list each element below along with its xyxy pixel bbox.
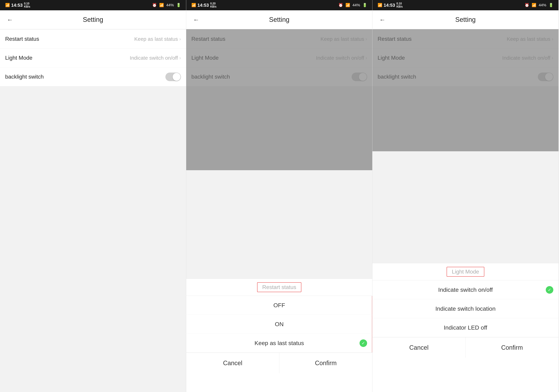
battery-icon-1: 🔋 [176, 3, 181, 7]
chevron-icon-light-1: › [179, 55, 181, 61]
sheet-option-indicator-led-off[interactable]: Indicator LED off [373, 318, 559, 337]
sheet-option-keep[interactable]: Keep as last status ✓ [186, 334, 372, 353]
sheet-divider-v-2b [372, 315, 372, 334]
battery-label-2: 44% [353, 3, 360, 7]
check-icon-keep: ✓ [360, 339, 367, 347]
sheet-option-indicate-location[interactable]: Indicate switch location [373, 299, 559, 318]
status-bar-1: 📶 14:53 0.10KB/s ⏰ 📶 44% 🔋 [0, 0, 186, 10]
setting-value-light-1: Indicate switch on/off › [130, 55, 181, 61]
signal-icon-2: 📶 [191, 3, 196, 7]
setting-restart-status-1[interactable]: Restart status Keep as last status › [0, 30, 186, 48]
back-btn-2[interactable]: ← [191, 14, 201, 25]
back-btn-3[interactable]: ← [378, 14, 387, 25]
battery-label-3: 44% [539, 3, 546, 7]
toggle-thumb-1 [173, 73, 181, 81]
status-left-1: 📶 14:53 0.10KB/s [5, 2, 30, 8]
sheet-divider-v-2 [372, 296, 372, 315]
sheet-option-text-indicate-location: Indicate switch location [435, 305, 496, 312]
setting-label-restart-1: Restart status [5, 36, 39, 42]
header-3: ← Setting [373, 10, 559, 29]
wifi-icon-3: 📶 [532, 3, 536, 7]
setting-backlight-1[interactable]: backlight switch [0, 67, 186, 86]
status-left-3: 📶 14:53 0.10KB/s [378, 2, 403, 8]
sheet-option-text-off: OFF [273, 302, 285, 309]
setting-label-backlight-1: backlight switch [5, 74, 44, 80]
signal-icon-3: 📶 [378, 3, 382, 7]
status-right-2: ⏰ 📶 44% 🔋 [338, 3, 367, 7]
sheet-option-on[interactable]: ON [186, 315, 372, 334]
page-title-1: Setting [83, 16, 103, 23]
sheet-option-text-on: ON [275, 321, 284, 328]
toggle-backlight-1[interactable] [165, 72, 181, 81]
confirm-btn-2[interactable]: Confirm [279, 353, 372, 373]
setting-label-light-1: Light Mode [5, 55, 32, 61]
alarm-icon-2: ⏰ [338, 3, 343, 7]
alarm-icon-3: ⏰ [525, 3, 529, 7]
status-left-2: 📶 14:53 0.20KB/s [191, 2, 216, 8]
status-right-1: ⏰ 📶 44% 🔋 [152, 3, 181, 7]
overlay-3 [373, 29, 559, 151]
back-btn-1[interactable]: ← [5, 14, 15, 25]
bottom-sheet-2: Restart status OFF ON Keep as last statu… [186, 278, 372, 392]
sheet-option-text-keep: Keep as last status [255, 340, 304, 347]
page-title-3: Setting [455, 16, 475, 23]
page-title-2: Setting [269, 16, 289, 23]
check-icon-indicate-on-off: ✓ [546, 286, 553, 294]
confirm-btn-3[interactable]: Confirm [466, 337, 559, 358]
sheet-title-3: Light Mode [373, 263, 559, 280]
battery-icon-2: 🔋 [363, 3, 367, 7]
status-right-3: ⏰ 📶 44% 🔋 [525, 3, 553, 7]
time-1: 14:53 [11, 3, 23, 8]
cancel-btn-3[interactable]: Cancel [373, 337, 466, 358]
setting-light-mode-1[interactable]: Light Mode Indicate switch on/off › [0, 48, 186, 67]
status-bar-3: 📶 14:53 0.10KB/s ⏰ 📶 44% 🔋 [373, 0, 559, 10]
content-area-1 [0, 86, 186, 392]
header-1: ← Setting [0, 10, 186, 29]
overlay-2 [186, 29, 372, 170]
sheet-option-off[interactable]: OFF [186, 296, 372, 315]
time-2: 14:53 [197, 3, 209, 8]
wifi-icon-1: 📶 [159, 3, 164, 7]
kb-1: 0.10KB/s [24, 2, 30, 8]
sheet-actions-2: Cancel Confirm [186, 353, 372, 373]
battery-icon-3: 🔋 [549, 3, 553, 7]
panel-2: 📶 14:53 0.20KB/s ⏰ 📶 44% 🔋 ← Setting Res… [186, 0, 373, 392]
kb-2: 0.20KB/s [210, 2, 216, 8]
battery-label-1: 44% [166, 3, 174, 7]
cancel-btn-2[interactable]: Cancel [186, 353, 279, 373]
sheet-title-text-3: Light Mode [447, 267, 484, 277]
sheet-title-2: Restart status [186, 279, 372, 296]
sheet-title-text-2: Restart status [257, 282, 301, 292]
panel-1: 📶 14:53 0.10KB/s ⏰ 📶 44% 🔋 ← Setting Res… [0, 0, 186, 392]
chevron-icon-restart-1: › [179, 36, 181, 42]
sheet-divider-v-2c [372, 334, 372, 352]
kb-3: 0.10KB/s [397, 2, 403, 8]
sheet-option-indicate-on-off[interactable]: Indicate switch on/off ✓ [373, 280, 559, 299]
sheet-option-text-indicate-on-off: Indicate switch on/off [438, 286, 493, 293]
sheet-actions-3: Cancel Confirm [373, 337, 559, 358]
header-2: ← Setting [186, 10, 372, 29]
setting-list-1: Restart status Keep as last status › Lig… [0, 30, 186, 86]
signal-icon-1: 📶 [5, 3, 10, 7]
time-3: 14:53 [384, 3, 395, 8]
wifi-icon-2: 📶 [345, 3, 350, 7]
status-bar-2: 📶 14:53 0.20KB/s ⏰ 📶 44% 🔋 [186, 0, 372, 10]
sheet-option-text-indicator-led-off: Indicator LED off [444, 324, 487, 331]
bottom-sheet-3: Light Mode Indicate switch on/off ✓ Indi… [373, 263, 559, 392]
alarm-icon-1: ⏰ [152, 3, 157, 7]
setting-value-restart-1: Keep as last status › [134, 36, 181, 42]
panel-3: 📶 14:53 0.10KB/s ⏰ 📶 44% 🔋 ← Setting Res… [373, 0, 559, 392]
